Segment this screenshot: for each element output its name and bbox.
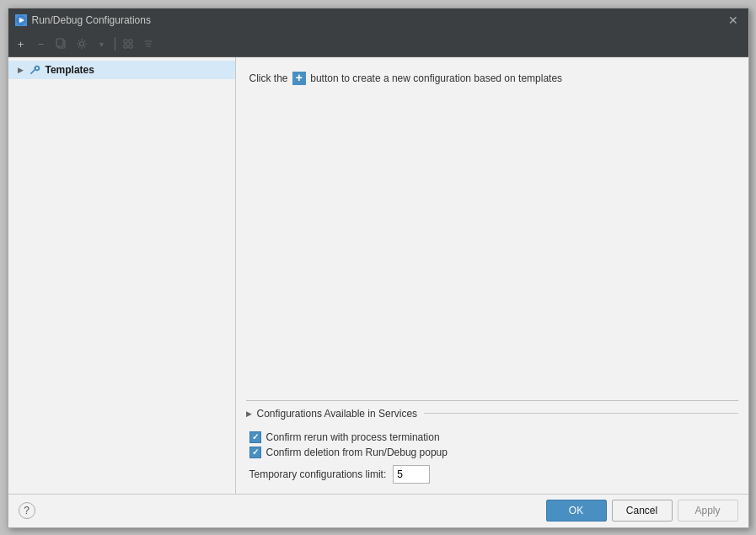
checkbox-confirm-rerun[interactable] xyxy=(249,431,261,443)
help-button[interactable]: ? xyxy=(19,502,35,519)
hint-text-before: Click the xyxy=(249,72,288,84)
svg-rect-3 xyxy=(56,39,63,46)
limit-input[interactable] xyxy=(393,465,430,484)
expand-all-button xyxy=(119,35,137,53)
copy-button xyxy=(52,35,71,53)
dialog-icon xyxy=(15,14,27,26)
settings-button xyxy=(72,35,91,53)
services-section: ▶ Configurations Available in Services xyxy=(246,400,738,423)
checkbox-confirm-rerun-label: Confirm rerun with process termination xyxy=(266,431,440,443)
title-bar-left: Run/Debug Configurations xyxy=(15,14,151,26)
dialog-title: Run/Debug Configurations xyxy=(32,14,151,26)
close-button[interactable]: ✕ xyxy=(725,13,742,28)
footer-right: OK Cancel Apply xyxy=(546,500,738,522)
footer-left: ? xyxy=(19,502,35,519)
hint-area: Click the + button to create a new confi… xyxy=(236,57,748,393)
toolbar: + − ▾ xyxy=(8,32,748,57)
sort-button xyxy=(139,35,158,53)
checkbox-row-1: Confirm rerun with process termination xyxy=(246,431,738,443)
services-divider xyxy=(424,413,737,414)
templates-label: Templates xyxy=(46,64,94,76)
remove-button: − xyxy=(32,35,51,53)
footer: ? OK Cancel Apply xyxy=(8,494,748,527)
hint-text: Click the + button to create a new confi… xyxy=(249,71,563,86)
hint-text-after: button to create a new configuration bas… xyxy=(310,72,562,84)
add-button[interactable]: + xyxy=(12,35,30,53)
limit-row: Temporary configurations limit: xyxy=(246,465,738,484)
svg-point-5 xyxy=(35,67,37,68)
checkbox-confirm-deletion[interactable] xyxy=(249,447,261,458)
services-header[interactable]: ▶ Configurations Available in Services xyxy=(246,404,738,423)
run-debug-dialog: Run/Debug Configurations ✕ + − ▾ xyxy=(8,8,749,528)
tree-arrow-icon: ▶ xyxy=(15,64,27,76)
checkbox-confirm-deletion-label: Confirm deletion from Run/Debug popup xyxy=(266,447,448,458)
ok-button[interactable]: OK xyxy=(546,500,607,522)
apply-button: Apply xyxy=(678,500,738,522)
services-arrow-icon: ▶ xyxy=(246,409,252,418)
cancel-button[interactable]: Cancel xyxy=(612,500,673,522)
arrow-down-button: ▾ xyxy=(93,35,111,53)
services-label: Configurations Available in Services xyxy=(257,408,418,420)
bottom-section: ▶ Configurations Available in Services C… xyxy=(236,393,748,494)
checkbox-row-2: Confirm deletion from Run/Debug popup xyxy=(246,447,738,458)
main-content: ▶ Templates Click the + button to create… xyxy=(8,57,748,494)
tree-item-templates[interactable]: ▶ Templates xyxy=(8,61,235,79)
hint-plus-symbol: + xyxy=(292,72,306,85)
left-panel: ▶ Templates xyxy=(8,57,236,494)
title-bar: Run/Debug Configurations ✕ xyxy=(8,8,748,32)
svg-point-4 xyxy=(79,42,83,46)
wrench-icon xyxy=(29,63,42,77)
toolbar-separator-1 xyxy=(115,37,115,51)
limit-label: Temporary configurations limit: xyxy=(249,468,387,480)
right-panel: Click the + button to create a new confi… xyxy=(236,57,748,494)
